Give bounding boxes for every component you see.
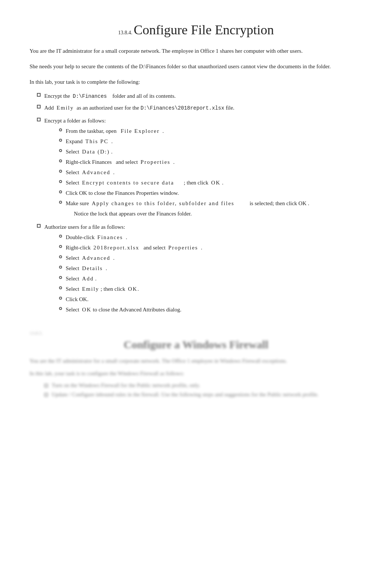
top-bullet-text-1: Encrypt the D:\Finances folder and all o…: [44, 92, 362, 100]
o-bullet-icon: [59, 149, 62, 152]
o-bullet-icon: [59, 190, 62, 193]
step-1-3: Select Data (D:) .: [59, 147, 362, 156]
blurred-section-title: Configure a Windows Firewall: [30, 338, 362, 351]
blurred-bullet-2: Update / Configure inbound rules in the …: [44, 392, 362, 398]
step-1-5: Select Advanced .: [59, 168, 362, 177]
o-bullet-icon: [59, 297, 62, 300]
section-1-item: Encrypt a folder as follows: From the ta…: [37, 116, 362, 220]
blurred-section-number: 13.8.5.: [30, 330, 362, 336]
section-2-steps: Double-click Finances . Right-click 2018…: [44, 233, 362, 314]
o-bullet-icon: [59, 266, 62, 269]
o-bullet-icon: [59, 255, 62, 258]
bullet-square-icon-1: [37, 93, 41, 97]
section-list: Encrypt a folder as follows: From the ta…: [30, 116, 362, 315]
blurred-bullet-icon-2: [44, 393, 48, 397]
blurred-bullet-1: Turn on the Windows Firewall for the Pub…: [44, 382, 362, 389]
o-bullet-icon: [59, 201, 62, 204]
section-2-item: Authorize users for a file as follows: D…: [37, 223, 362, 315]
step-2-5: Select Add .: [59, 274, 362, 283]
step-2-2: Right-click 2018report.xlsx and select P…: [59, 243, 362, 252]
step-1-7: Click OK to close the Finances Propertie…: [59, 189, 362, 197]
section-1-label: Encrypt a folder as follows:: [44, 118, 106, 124]
section-1-bullet-icon: [37, 118, 41, 121]
title-text: Configure File Encryption: [134, 23, 274, 37]
top-bullet-item-1: Encrypt the D:\Finances folder and all o…: [37, 92, 362, 100]
o-bullet-icon: [59, 286, 62, 289]
intro-paragraph-2: She needs your help to secure the conten…: [30, 62, 362, 71]
top-bullet-text-2: Add Emily as an authorized user for the …: [44, 103, 362, 112]
step-2-6: Select Emily ; then click OK.: [59, 284, 362, 293]
o-bullet-icon: [59, 245, 62, 248]
intro-paragraph-1: You are the IT administrator for a small…: [30, 46, 362, 55]
o-bullet-icon: [59, 139, 62, 142]
page-title: 13.8.4. Configure File Encryption: [30, 22, 362, 38]
o-bullet-icon: [59, 276, 62, 279]
section-2-content: Authorize users for a file as follows: D…: [44, 223, 362, 315]
step-1-1: From the taskbar, open File Explorer .: [59, 127, 362, 135]
blurred-next-section: 13.8.5. Configure a Windows Firewall You…: [30, 330, 362, 398]
o-bullet-icon: [59, 128, 62, 131]
task-intro: In this lab, your task is to complete th…: [30, 77, 362, 86]
section-1-steps: From the taskbar, open File Explorer . E…: [44, 127, 362, 208]
step-2-8: Select OK to close the Advanced Attribut…: [59, 305, 362, 314]
top-bullet-list: Encrypt the D:\Finances folder and all o…: [30, 92, 362, 113]
step-1-8: Make sure Apply changes to this folder, …: [59, 199, 362, 208]
o-bullet-icon: [59, 235, 62, 238]
notice-text: Notice the lock that appears over the Fi…: [74, 209, 362, 218]
blurred-para-2: In this lab, your task is to configure t…: [30, 369, 362, 378]
step-1-6: Select Encrypt contents to secure data ;…: [59, 178, 362, 187]
step-2-1: Double-click Finances .: [59, 233, 362, 242]
o-bullet-icon: [59, 159, 62, 162]
section-1-content: Encrypt a folder as follows: From the ta…: [44, 116, 362, 220]
blurred-bullet-list: Turn on the Windows Firewall for the Pub…: [30, 382, 362, 398]
bullet-square-icon-2: [37, 105, 41, 108]
step-1-2: Expand This PC .: [59, 137, 362, 146]
blurred-para-1: You are the IT administrator for a small…: [30, 357, 362, 365]
section-2-label: Authorize users for a file as follows:: [44, 224, 125, 230]
section-2-bullet-icon: [37, 224, 41, 228]
o-bullet-icon: [59, 170, 62, 173]
step-1-4: Right-click Finances and select Properti…: [59, 158, 362, 166]
top-bullet-item-2: Add Emily as an authorized user for the …: [37, 103, 362, 112]
step-2-7: Click OK.: [59, 295, 362, 304]
o-bullet-icon: [59, 180, 62, 183]
blurred-bullet-icon-1: [44, 384, 48, 387]
section-number: 13.8.4.: [118, 30, 133, 35]
step-2-3: Select Advanced .: [59, 253, 362, 262]
o-bullet-icon: [59, 307, 62, 310]
step-2-4: Select Details .: [59, 264, 362, 273]
